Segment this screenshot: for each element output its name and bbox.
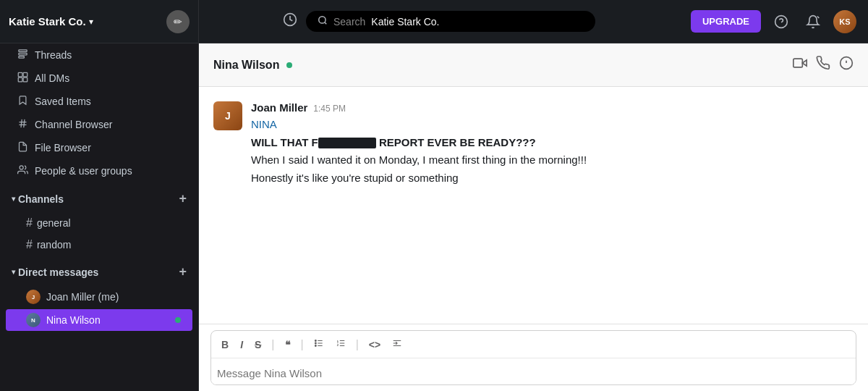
sidebar-item-saved-items[interactable]: Saved Items	[6, 91, 192, 112]
sidebar-item-label: All DMs	[35, 72, 69, 84]
channel-name: random	[37, 239, 71, 251]
message-time: 1:45 PM	[313, 104, 346, 114]
svg-line-5	[817, 16, 820, 18]
svg-point-27	[315, 342, 316, 344]
message-header: Joan Miller 1:45 PM	[251, 101, 854, 114]
indent-button[interactable]	[388, 335, 407, 353]
channel-browser-icon	[17, 118, 29, 131]
bold-button[interactable]: B	[217, 336, 233, 353]
dm-item-joan[interactable]: J Joan Miller (me)	[6, 286, 192, 308]
svg-rect-10	[23, 72, 27, 77]
history-button[interactable]	[283, 12, 297, 30]
message-line-3: When I said I wanted it on Monday, I mea…	[251, 152, 854, 169]
svg-point-26	[315, 340, 316, 342]
channel-name: general	[37, 217, 71, 229]
workspace-chevron-icon[interactable]: ▾	[89, 17, 93, 27]
composer-wrapper: B I S | ❝ | | <>	[210, 330, 856, 385]
sidebar: Threads All DMs Saved Items Channel Brow…	[0, 43, 199, 391]
upgrade-button[interactable]: UPGRADE	[691, 10, 761, 33]
add-dm-button[interactable]: +	[179, 264, 187, 279]
svg-point-1	[319, 17, 326, 23]
dm-section[interactable]: ▾ Direct messages +	[0, 258, 198, 285]
search-bar[interactable]: Search Katie Stark Co.	[306, 11, 595, 32]
message-line-2: WILL THAT F REPORT EVER BE READY???	[251, 135, 854, 151]
nina-avatar: N	[26, 313, 41, 327]
topbar-right: UPGRADE KS	[679, 10, 868, 33]
toolbar-sep-1: |	[271, 338, 274, 351]
joan-avatar: J	[26, 290, 41, 304]
video-call-button[interactable]	[793, 56, 807, 74]
main-content: Threads All DMs Saved Items Channel Brow…	[0, 43, 868, 391]
bullet-list-button[interactable]	[310, 335, 328, 353]
threads-icon	[17, 49, 29, 62]
workspace-name: Katie Stark Co.	[9, 15, 86, 28]
message-sender: Joan Miller	[251, 101, 307, 114]
all-dms-icon	[17, 72, 29, 85]
channels-section[interactable]: ▾ Channels +	[0, 185, 198, 212]
info-button[interactable]	[839, 56, 854, 74]
message-line-4: Honestly it's like you're stupid or some…	[251, 170, 854, 187]
message-line-1: NINA	[251, 117, 854, 133]
message-avatar: J	[213, 101, 242, 130]
sidebar-item-label: People & user groups	[35, 165, 132, 177]
svg-marker-18	[802, 60, 807, 66]
notification-button[interactable]	[801, 10, 825, 33]
sidebar-item-file-browser[interactable]: File Browser	[6, 137, 192, 159]
dm-name: Joan Miller (me)	[46, 291, 119, 303]
channels-toggle-icon: ▾	[12, 195, 15, 203]
search-query: Katie Stark Co.	[371, 16, 439, 28]
toolbar-sep-2: |	[301, 338, 304, 351]
quote-button[interactable]: ❝	[281, 336, 295, 353]
channel-item-random[interactable]: # random	[6, 235, 192, 255]
chat-header: Nina Wilson	[199, 43, 868, 87]
search-label: Search	[333, 16, 365, 28]
people-groups-icon	[17, 164, 29, 177]
hash-icon: #	[26, 238, 33, 251]
svg-line-15	[21, 119, 22, 127]
file-browser-icon	[17, 141, 29, 154]
phone-call-button[interactable]	[816, 56, 830, 74]
channels-section-label: Channels	[18, 193, 64, 205]
sidebar-item-label: Saved Items	[35, 96, 91, 107]
chat-header-actions	[793, 56, 854, 74]
help-button[interactable]	[770, 10, 793, 33]
topbar-center: Search Katie Stark Co.	[199, 11, 679, 32]
sidebar-item-label: File Browser	[35, 142, 91, 154]
sidebar-item-all-dms[interactable]: All DMs	[6, 67, 192, 89]
chat-messages: J Joan Miller 1:45 PM NINA WILL THAT F R…	[199, 87, 868, 324]
svg-rect-7	[19, 53, 27, 55]
message-row: J Joan Miller 1:45 PM NINA WILL THAT F R…	[213, 101, 854, 188]
svg-line-16	[24, 119, 25, 127]
dm-section-label: Direct messages	[18, 266, 98, 278]
italic-button[interactable]: I	[236, 336, 247, 353]
composer: B I S | ❝ | | <>	[199, 324, 868, 391]
user-avatar[interactable]: KS	[833, 10, 856, 33]
chat-contact-name: Nina Wilson	[213, 59, 279, 72]
svg-rect-19	[793, 59, 803, 67]
edit-button[interactable]: ✏	[166, 10, 190, 33]
sidebar-item-channel-browser[interactable]: Channel Browser	[6, 114, 192, 135]
svg-rect-9	[18, 72, 22, 77]
message-content: Joan Miller 1:45 PM NINA WILL THAT F REP…	[251, 101, 854, 188]
svg-rect-6	[19, 50, 27, 52]
svg-rect-12	[23, 77, 27, 82]
online-status-icon	[175, 317, 181, 323]
sidebar-item-people-groups[interactable]: People & user groups	[6, 160, 192, 182]
search-icon	[318, 15, 328, 28]
channel-item-general[interactable]: # general	[6, 213, 192, 233]
svg-point-17	[20, 166, 23, 169]
numbered-list-button[interactable]	[331, 335, 350, 353]
dm-name: Nina Wilson	[46, 314, 101, 326]
dm-item-nina[interactable]: N Nina Wilson	[6, 309, 192, 331]
add-channel-button[interactable]: +	[179, 191, 187, 206]
strikethrough-button[interactable]: S	[250, 336, 265, 353]
sidebar-item-label: Threads	[35, 49, 72, 61]
sidebar-item-threads[interactable]: Threads	[6, 44, 192, 66]
topbar: Katie Stark Co. ▾ ✏ Search Katie Stark C…	[0, 0, 868, 43]
topbar-left: Katie Stark Co. ▾ ✏	[0, 0, 199, 43]
composer-toolbar: B I S | ❝ | | <>	[211, 331, 856, 358]
code-button[interactable]: <>	[365, 336, 385, 353]
message-input[interactable]	[211, 361, 856, 384]
contact-online-dot	[286, 62, 292, 68]
dm-toggle-icon: ▾	[12, 268, 15, 276]
